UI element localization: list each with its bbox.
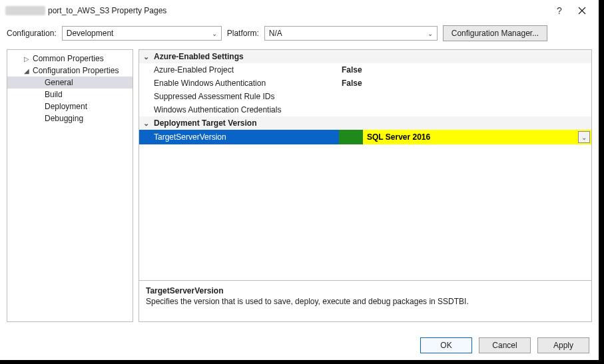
tree-item-common-properties[interactable]: ▷ Common Properties bbox=[7, 53, 133, 65]
property-name: Windows Authentication Credentials bbox=[139, 105, 339, 114]
configuration-value: Development bbox=[67, 29, 114, 38]
collapse-icon: ⌄ bbox=[142, 119, 150, 128]
tree-item-configuration-properties[interactable]: ◢ Configuration Properties bbox=[7, 65, 133, 77]
highlight-green-segment bbox=[339, 130, 363, 144]
description-pane: TargetServerVersion Specifies the versio… bbox=[139, 280, 591, 321]
property-value: False bbox=[339, 65, 591, 75]
description-title: TargetServerVersion bbox=[146, 286, 585, 295]
property-name: Suppressed Assessment Rule IDs bbox=[139, 92, 339, 101]
tree-item-label: Deployment bbox=[45, 102, 87, 111]
tree-item-label: Debugging bbox=[45, 114, 83, 123]
platform-label: Platform: bbox=[227, 29, 259, 38]
apply-button[interactable]: Apply bbox=[537, 337, 589, 353]
tree-item-label: Configuration Properties bbox=[33, 66, 119, 75]
description-text: Specifies the version that is used to sa… bbox=[146, 297, 585, 306]
property-grid: ⌄ Azure-Enabled Settings Azure-Enabled P… bbox=[139, 49, 592, 322]
button-label: Apply bbox=[553, 341, 573, 350]
category-deployment-target-version[interactable]: ⌄ Deployment Target Version bbox=[139, 116, 591, 130]
nav-tree: ▷ Common Properties ◢ Configuration Prop… bbox=[7, 49, 133, 322]
property-row[interactable]: Enable Windows Authentication False bbox=[139, 77, 591, 90]
property-grid-body: ⌄ Azure-Enabled Settings Azure-Enabled P… bbox=[139, 50, 591, 280]
property-row[interactable]: Azure-Enabled Project False bbox=[139, 63, 591, 77]
expanded-icon: ◢ bbox=[23, 67, 30, 75]
chevron-down-icon: ⌄ bbox=[581, 134, 587, 141]
configuration-dropdown[interactable]: Development ⌄ bbox=[62, 26, 222, 41]
button-label: Cancel bbox=[492, 341, 517, 350]
help-button[interactable]: ? bbox=[548, 2, 571, 19]
configuration-manager-button[interactable]: Configuration Manager... bbox=[443, 25, 547, 41]
platform-dropdown[interactable]: N/A ⌄ bbox=[264, 26, 438, 41]
close-button[interactable] bbox=[571, 2, 593, 19]
title-obscured bbox=[5, 6, 45, 15]
button-label: OK bbox=[440, 341, 452, 350]
property-value: SQL Server 2016 bbox=[363, 132, 430, 142]
collapsed-icon: ▷ bbox=[23, 55, 30, 63]
cancel-button[interactable]: Cancel bbox=[479, 337, 531, 353]
configuration-label: Configuration: bbox=[7, 29, 57, 38]
tree-item-deployment[interactable]: Deployment bbox=[7, 100, 133, 112]
category-label: Azure-Enabled Settings bbox=[154, 52, 244, 61]
titlebar: port_to_AWS_S3 Property Pages ? bbox=[0, 0, 599, 21]
tree-item-label: General bbox=[45, 78, 73, 87]
chevron-down-icon: ⌄ bbox=[428, 30, 433, 37]
collapse-icon: ⌄ bbox=[142, 53, 150, 61]
property-name: Azure-Enabled Project bbox=[139, 65, 339, 75]
category-azure-enabled-settings[interactable]: ⌄ Azure-Enabled Settings bbox=[139, 50, 591, 63]
window-title: port_to_AWS_S3 Property Pages bbox=[48, 6, 166, 15]
ok-button[interactable]: OK bbox=[420, 337, 472, 353]
dialog-buttons: OK Cancel Apply bbox=[420, 337, 589, 353]
platform-value: N/A bbox=[269, 29, 282, 38]
property-row[interactable]: Windows Authentication Credentials bbox=[139, 103, 591, 116]
property-value-highlighted: SQL Server 2016 bbox=[339, 130, 591, 144]
category-label: Deployment Target Version bbox=[154, 118, 256, 128]
property-value: False bbox=[339, 79, 591, 88]
value-dropdown-button[interactable]: ⌄ bbox=[578, 131, 590, 143]
dialog-window: port_to_AWS_S3 Property Pages ? Configur… bbox=[0, 0, 604, 364]
property-row-selected[interactable]: TargetServerVersion SQL Server 2016 ⌄ bbox=[139, 130, 591, 144]
close-icon bbox=[578, 7, 586, 15]
tree-item-general[interactable]: General bbox=[7, 77, 133, 89]
configuration-manager-label: Configuration Manager... bbox=[452, 29, 539, 38]
property-name: TargetServerVersion bbox=[139, 132, 339, 142]
property-row[interactable]: Suppressed Assessment Rule IDs bbox=[139, 90, 591, 103]
tree-item-debugging[interactable]: Debugging bbox=[7, 112, 133, 124]
property-name: Enable Windows Authentication bbox=[139, 79, 339, 88]
chevron-down-icon: ⌄ bbox=[212, 30, 217, 37]
tree-item-label: Common Properties bbox=[33, 54, 104, 63]
main-area: ▷ Common Properties ◢ Configuration Prop… bbox=[0, 49, 599, 322]
tree-item-build[interactable]: Build bbox=[7, 89, 133, 100]
tree-item-label: Build bbox=[45, 90, 63, 99]
configuration-row: Configuration: Development ⌄ Platform: N… bbox=[0, 21, 599, 49]
